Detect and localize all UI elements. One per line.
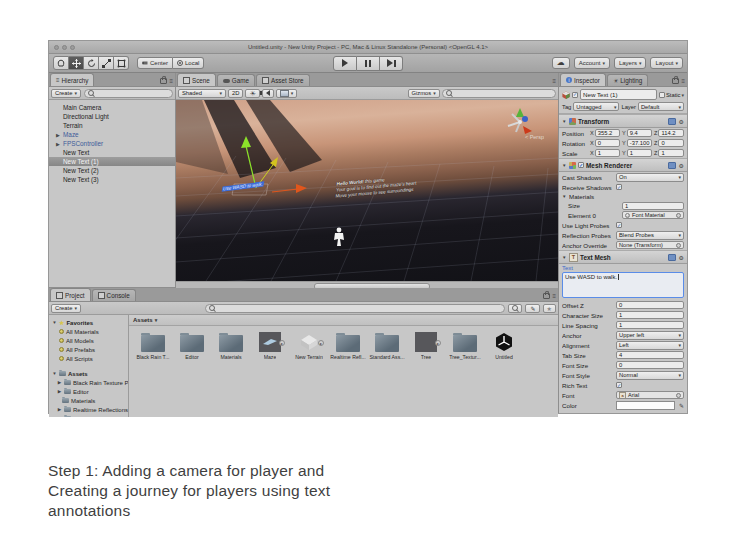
character-size-field[interactable]: 1 <box>616 311 684 319</box>
anchor-override-object-field[interactable]: None (Transform) <box>616 241 684 249</box>
expand-asset-icon[interactable]: ▸ <box>435 340 441 346</box>
search-by-label-button[interactable]: ✎ <box>525 304 540 313</box>
position-z-field[interactable]: 114.2 <box>658 129 684 137</box>
hierarchy-item-main-camera[interactable]: Main Camera <box>49 103 175 112</box>
scene-search-input[interactable] <box>442 89 556 98</box>
help-icon[interactable] <box>668 254 676 261</box>
position-y-field[interactable]: 9.4 <box>627 129 652 137</box>
favorite-all-materials[interactable]: All Materials <box>49 327 128 336</box>
object-picker-icon[interactable] <box>676 393 681 398</box>
hierarchy-item-new-text-3[interactable]: New Text (3) <box>49 175 175 184</box>
tab-asset-store[interactable]: Asset Store <box>256 74 310 86</box>
foldout-arrow-icon[interactable]: ▶ <box>57 407 62 412</box>
gear-icon[interactable]: ⚙ <box>679 254 684 261</box>
gear-icon[interactable]: ⚙ <box>679 118 684 125</box>
gear-icon[interactable]: ⚙ <box>679 162 684 169</box>
static-checkbox[interactable] <box>659 92 665 98</box>
scene-audio-button[interactable] <box>262 89 274 98</box>
alignment-dropdown[interactable]: Left▾ <box>616 341 684 350</box>
element0-object-field[interactable]: Font Material <box>622 211 684 219</box>
rotation-local-button[interactable]: Local <box>173 57 204 69</box>
assets-root[interactable]: ▼Assets <box>49 369 128 378</box>
tree-standard-assets[interactable]: ▶Standard Assets <box>49 414 128 417</box>
scene-effects-dropdown[interactable]: ▾ <box>276 89 298 98</box>
lock-icon[interactable] <box>672 78 679 84</box>
lock-icon[interactable] <box>160 78 167 84</box>
text-mesh-textarea[interactable]: Use WASD to walk. <box>562 272 684 298</box>
materials-foldout-row[interactable]: ▼ Materials <box>559 192 687 201</box>
draw-mode-dropdown[interactable]: Shaded▾ <box>178 89 226 98</box>
search-by-type-button[interactable] <box>508 304 522 313</box>
hierarchy-item-directional-light[interactable]: Directional Light <box>49 112 175 121</box>
gizmos-dropdown[interactable]: Gizmos▾ <box>408 89 440 98</box>
pivot-center-button[interactable]: Center <box>137 57 173 69</box>
hierarchy-item-new-text-2[interactable]: New Text (2) <box>49 166 175 175</box>
asset-maze[interactable]: ▸Maze <box>252 332 288 360</box>
favorite-all-models[interactable]: All Models <box>49 336 128 345</box>
play-button[interactable] <box>333 56 357 71</box>
materials-size-field[interactable]: 1 <box>622 202 684 210</box>
eyedropper-icon[interactable]: ✎ <box>679 402 684 409</box>
panel-menu-icon[interactable]: ≡ <box>681 78 685 84</box>
tab-hierarchy[interactable]: ≡Hierarchy <box>50 73 94 86</box>
rotation-y-field[interactable]: -37.100 <box>627 139 652 147</box>
tree-materials[interactable]: Materials <box>49 396 128 405</box>
panel-menu-icon[interactable]: ≡ <box>552 293 556 299</box>
scale-z-field[interactable]: 1 <box>658 149 684 157</box>
asset-tree[interactable]: ▸Tree <box>408 332 444 360</box>
asset-realtime-reflections[interactable]: Realtime Refl... <box>330 332 366 360</box>
font-object-field[interactable]: aArial <box>616 391 684 399</box>
tab-inspector[interactable]: iInspector <box>560 73 606 86</box>
project-search-input[interactable] <box>205 304 505 313</box>
account-dropdown[interactable]: Account▾ <box>574 57 610 69</box>
hierarchy-item-fpscontroller[interactable]: ▶FPSController <box>49 139 175 148</box>
persp-label[interactable]: < Persp <box>525 134 544 140</box>
position-x-field[interactable]: 355.2 <box>595 129 620 137</box>
asset-untitled-scene[interactable]: Untitled <box>486 332 522 360</box>
rotate-tool-button[interactable] <box>84 56 99 70</box>
hand-tool-button[interactable] <box>53 56 69 70</box>
2d-toggle-button[interactable]: 2D <box>228 89 243 98</box>
foldout-arrow-icon[interactable]: ▼ <box>562 119 567 124</box>
panel-menu-icon[interactable]: ≡ <box>169 78 173 84</box>
expand-asset-icon[interactable]: ▸ <box>318 340 324 346</box>
asset-new-terrain[interactable]: ▸New Terrain <box>291 332 327 360</box>
asset-black-rain-textures[interactable]: Black Rain T... <box>135 332 171 360</box>
tag-dropdown[interactable]: Untagged▾ <box>573 102 619 111</box>
hierarchy-item-maze[interactable]: ▶Maze <box>49 130 175 139</box>
foldout-arrow-icon[interactable]: ▼ <box>562 194 567 199</box>
light-probes-checkbox[interactable] <box>616 222 622 228</box>
help-icon[interactable] <box>668 162 676 169</box>
gameobject-name-field[interactable]: New Text (1) <box>580 89 657 100</box>
anchor-dropdown[interactable]: Upper left▾ <box>616 331 684 340</box>
cloud-button[interactable]: ☁ <box>552 57 570 69</box>
tab-game[interactable]: Game <box>217 74 255 86</box>
rotation-z-field[interactable]: 0 <box>658 139 684 147</box>
static-toggle[interactable]: Static▾ <box>659 92 684 98</box>
foldout-arrow-icon[interactable]: ▼ <box>562 255 567 260</box>
foldout-arrow-icon[interactable]: ▶ <box>55 141 61 147</box>
foldout-arrow-icon[interactable]: ▶ <box>57 389 62 394</box>
scene-viewport[interactable]: Use WASD to walk. Hello World! this game… <box>176 100 558 281</box>
breadcrumb[interactable]: Assets▾ <box>129 315 558 326</box>
asset-tree-textures[interactable]: Tree_Textur... <box>447 332 483 360</box>
font-size-field[interactable]: 0 <box>616 361 684 369</box>
scene-lighting-button[interactable]: ☀ <box>245 89 259 98</box>
move-tool-button[interactable] <box>69 56 84 70</box>
offset-z-field[interactable]: 0 <box>616 301 684 309</box>
foldout-arrow-icon[interactable]: ▶ <box>57 380 62 385</box>
tab-console[interactable]: Console <box>92 289 136 301</box>
reflection-probes-dropdown[interactable]: Blend Probes▾ <box>616 231 684 240</box>
hierarchy-item-new-text-1[interactable]: New Text (1) <box>49 157 175 166</box>
line-spacing-field[interactable]: 1 <box>616 321 684 329</box>
project-create-button[interactable]: Create▾ <box>51 304 81 313</box>
scale-tool-button[interactable] <box>99 56 114 70</box>
hierarchy-create-button[interactable]: Create▾ <box>51 89 81 98</box>
scale-y-field[interactable]: 1 <box>627 149 652 157</box>
text-mesh-header[interactable]: ▼ T Text Mesh ⚙ <box>559 250 687 264</box>
tree-black-rain-texture[interactable]: ▶Black Rain Texture Pa <box>49 378 128 387</box>
foldout-arrow-icon[interactable]: ▶ <box>55 132 61 138</box>
foldout-arrow-icon[interactable]: ▼ <box>52 371 57 376</box>
color-swatch[interactable] <box>616 401 675 410</box>
rich-text-checkbox[interactable] <box>616 382 622 388</box>
